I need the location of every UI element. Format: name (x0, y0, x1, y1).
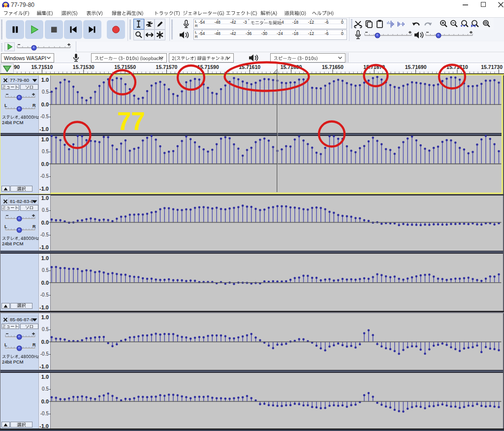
svg-text:77: 77 (117, 107, 145, 135)
